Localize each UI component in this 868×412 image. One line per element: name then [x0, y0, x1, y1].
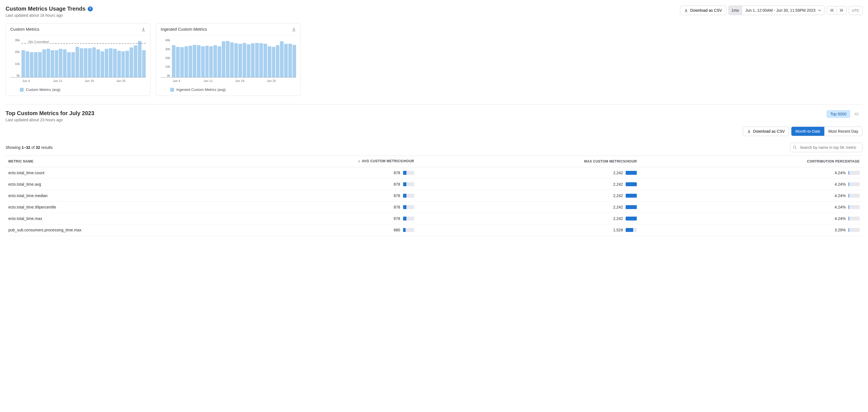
- col-avg[interactable]: AVG CUSTOM METRICS/HOUR: [194, 156, 417, 167]
- legend-swatch: [170, 88, 174, 92]
- chart-plot[interactable]: 40k30k20k10k0k: [161, 38, 296, 78]
- chart-bar[interactable]: [63, 49, 67, 77]
- chart-plot[interactable]: 30k20k10k0k26k Committed: [10, 38, 146, 78]
- chart-bar[interactable]: [276, 45, 279, 77]
- chart-bar[interactable]: [292, 45, 296, 77]
- chart-bar[interactable]: [105, 49, 108, 77]
- chart-bar[interactable]: [80, 48, 83, 77]
- chart-bar[interactable]: [272, 47, 276, 77]
- scope-all-button[interactable]: All: [850, 110, 862, 118]
- chart-bar[interactable]: [46, 49, 50, 77]
- table-row[interactable]: ecto.total_time.median8782,2424.24%: [6, 190, 862, 202]
- chart-bar[interactable]: [129, 48, 133, 77]
- commit-label: 26k Committed: [27, 40, 50, 43]
- chart-bar[interactable]: [51, 50, 54, 77]
- chart-bar[interactable]: [138, 41, 142, 77]
- chart-bar[interactable]: [180, 47, 184, 77]
- chart-bar[interactable]: [226, 41, 229, 77]
- chart-bar[interactable]: [251, 43, 255, 77]
- chart-bar[interactable]: [59, 49, 62, 77]
- chart-bar[interactable]: [184, 46, 188, 77]
- chart-bar[interactable]: [234, 43, 238, 77]
- chart-bar[interactable]: [75, 47, 79, 77]
- table-row[interactable]: ecto.total_time.99percentile8782,2424.24…: [6, 202, 862, 213]
- chart-bar[interactable]: [172, 45, 176, 77]
- chart-bar[interactable]: [22, 50, 25, 77]
- col-contrib[interactable]: CONTRIBUTION PERCENTAGE: [640, 156, 862, 167]
- chart-download-button[interactable]: [292, 27, 296, 31]
- date-prev-button[interactable]: [827, 6, 837, 14]
- chart-bar[interactable]: [113, 49, 117, 77]
- chart-bar[interactable]: [134, 46, 137, 77]
- chart-bar[interactable]: [142, 50, 146, 77]
- chart-bar[interactable]: [205, 46, 209, 77]
- chart-bar[interactable]: [201, 46, 205, 77]
- contrib-value: 4.24%: [835, 182, 846, 186]
- chart-bar[interactable]: [213, 45, 217, 77]
- chart-bar[interactable]: [42, 49, 46, 77]
- chart-bar[interactable]: [264, 44, 267, 77]
- chart-bar[interactable]: [239, 44, 242, 77]
- chart-bar[interactable]: [280, 41, 284, 77]
- chart-bar[interactable]: [176, 47, 180, 77]
- table-row[interactable]: ecto.total_time.avg8782,2424.24%: [6, 179, 862, 190]
- top-download-csv-button[interactable]: Download as CSV: [743, 126, 789, 136]
- chart-bar[interactable]: [193, 45, 196, 77]
- mini-bar: [848, 194, 860, 198]
- timezone-chip[interactable]: UTC: [849, 6, 862, 15]
- search-input[interactable]: [790, 143, 862, 152]
- contrib-value: 3.29%: [835, 228, 846, 232]
- col-max[interactable]: MAX CUSTOM METRICS/HOUR: [417, 156, 640, 167]
- chart-bar[interactable]: [67, 52, 71, 77]
- chart-bar[interactable]: [71, 52, 75, 77]
- chart-bar[interactable]: [84, 48, 88, 77]
- chart-bar[interactable]: [96, 49, 100, 77]
- chart-bar[interactable]: [88, 48, 92, 77]
- help-icon[interactable]: ?: [88, 6, 93, 11]
- chart-bar[interactable]: [92, 48, 96, 77]
- chart-bar[interactable]: [230, 42, 234, 77]
- chart-bar[interactable]: [288, 44, 292, 77]
- chart-bar[interactable]: [38, 52, 42, 77]
- chart-bar[interactable]: [121, 51, 125, 77]
- period-mtd-button[interactable]: Month-to-Date: [792, 127, 824, 136]
- legend-label: Ingested Custom Metrics (avg): [176, 88, 226, 92]
- chart-bar[interactable]: [125, 51, 129, 77]
- chart-xaxis: Jun 4Jun 11Jun 18Jun 25: [10, 79, 146, 83]
- chart-download-button[interactable]: [141, 27, 146, 31]
- chart-bar[interactable]: [284, 44, 288, 77]
- chart-bar[interactable]: [189, 46, 192, 77]
- chart-bar[interactable]: [55, 50, 59, 77]
- chart-bar[interactable]: [255, 43, 259, 77]
- col-metric-name[interactable]: METRIC NAME: [6, 156, 194, 167]
- chart-legend: Ingested Custom Metrics (avg): [156, 85, 301, 96]
- period-recent-button[interactable]: Most Recent Day: [825, 127, 862, 136]
- chart-bar[interactable]: [268, 46, 271, 77]
- chart-bar[interactable]: [30, 52, 33, 77]
- scope-top5000-button[interactable]: Top 5000: [827, 110, 850, 118]
- chart-bar[interactable]: [247, 44, 250, 77]
- chart-bar[interactable]: [243, 43, 246, 77]
- metric-name-cell: ecto.total_time.avg: [6, 179, 194, 190]
- date-range-picker[interactable]: 1mo Jun 1, 12:00AM - Jun 30, 11:59PM 202…: [728, 6, 825, 15]
- chart-bar[interactable]: [197, 45, 200, 77]
- chart-bar[interactable]: [209, 46, 213, 77]
- chart-bar[interactable]: [117, 51, 121, 77]
- trends-toolbar: Download as CSV 1mo Jun 1, 12:00AM - Jun…: [680, 6, 862, 15]
- chart-bar[interactable]: [259, 43, 263, 77]
- top-metrics-section: Top Custom Metrics for July 2023 Last up…: [6, 105, 862, 236]
- chart-bar[interactable]: [218, 46, 221, 77]
- download-csv-button[interactable]: Download as CSV: [680, 6, 726, 15]
- chart-bar[interactable]: [34, 52, 38, 77]
- table-row[interactable]: ecto.total_time.count8782,2424.24%: [6, 167, 862, 179]
- date-range-text: Jun 1, 12:00AM - Jun 30, 11:59PM 2023: [745, 8, 815, 12]
- table-row[interactable]: ecto.total_time.max8782,2424.24%: [6, 213, 862, 225]
- chart-bar[interactable]: [100, 51, 104, 77]
- chart-bar[interactable]: [222, 41, 225, 77]
- max-cell: 2,242: [417, 190, 640, 202]
- chart-bar[interactable]: [26, 51, 29, 77]
- date-next-button[interactable]: [837, 6, 846, 14]
- chart-yaxis: 30k20k10k0k: [10, 38, 21, 77]
- chart-bar[interactable]: [109, 48, 113, 77]
- table-row[interactable]: pub_sub.consumers.processing_time.max680…: [6, 225, 862, 236]
